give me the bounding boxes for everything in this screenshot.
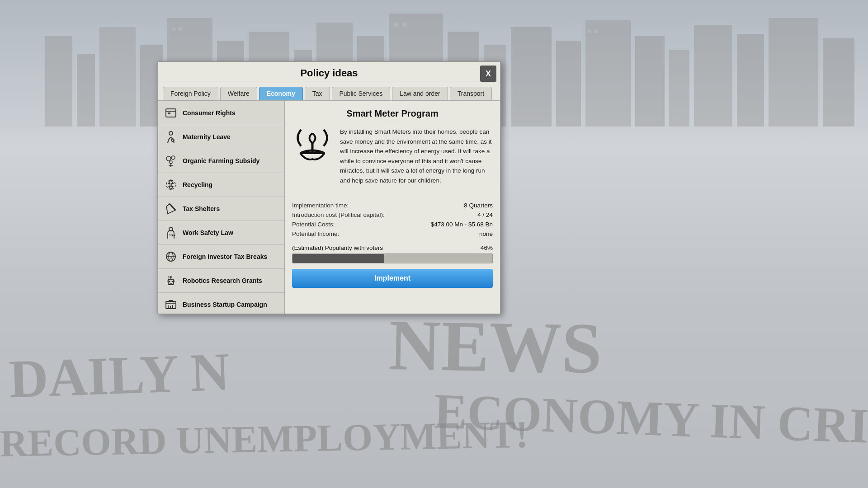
policy-item-maternity-leave[interactable]: Maternity Leave (158, 125, 284, 149)
recycling-icon (164, 178, 178, 192)
policy-list: Consumer Rights Maternity Leave Organic … (158, 101, 284, 314)
consumer-rights-label: Consumer Rights (183, 109, 236, 117)
dialog-title: Policy ideas (300, 67, 358, 79)
svg-rect-17 (635, 36, 665, 127)
svg-rect-31 (168, 113, 170, 114)
svg-point-32 (169, 131, 173, 135)
foreign-investor-icon: $ (164, 249, 178, 264)
svg-rect-15 (556, 41, 581, 127)
policy-item-robotics-research[interactable]: $ Robotics Research Grants (158, 269, 284, 293)
implement-button[interactable]: Implement (292, 269, 493, 288)
popularity-section: (Estimated) Popularity with voters 46% (292, 244, 493, 263)
tab-welfare[interactable]: Welfare (220, 87, 257, 100)
detail-stats: Implementation time: 8 Quarters Introduc… (292, 202, 493, 237)
popularity-bar-bg (292, 253, 493, 263)
business-startup-icon (164, 297, 178, 312)
recycling-label: Recycling (183, 181, 212, 189)
policy-item-organic-farming[interactable]: Organic Farming Subsidy (158, 149, 284, 173)
tab-foreign-policy[interactable]: Foreign Policy (163, 87, 218, 100)
svg-point-52 (170, 276, 172, 278)
organic-farming-label: Organic Farming Subsidy (183, 157, 259, 165)
svg-rect-19 (694, 25, 732, 127)
svg-point-35 (171, 156, 175, 160)
svg-rect-28 (594, 29, 598, 33)
maternity-leave-label: Maternity Leave (183, 133, 231, 141)
tabs-bar: Foreign Policy Welfare Economy Tax Publi… (158, 83, 500, 100)
svg-rect-29 (166, 109, 176, 117)
popularity-label-row: (Estimated) Popularity with voters 46% (292, 244, 493, 251)
svg-point-34 (166, 156, 171, 161)
svg-rect-21 (769, 18, 818, 127)
svg-rect-20 (737, 34, 764, 127)
policy-item-tax-shelters[interactable]: Tax Shelters (158, 197, 284, 221)
svg-text:$: $ (168, 276, 170, 279)
svg-rect-14 (511, 27, 552, 127)
svg-line-40 (170, 204, 175, 210)
svg-point-36 (170, 161, 172, 164)
svg-rect-25 (393, 23, 398, 27)
detail-description: By installing Smart Meters into their ho… (340, 125, 493, 186)
robotics-research-icon: $ (164, 273, 178, 288)
work-safety-label: Work Safety Law (183, 229, 233, 237)
organic-farming-icon (164, 154, 178, 168)
work-safety-icon (164, 225, 178, 240)
smart-meter-detail-icon (292, 125, 333, 166)
svg-rect-27 (588, 29, 591, 33)
svg-rect-47 (168, 279, 174, 285)
tab-public-services[interactable]: Public Services (332, 87, 391, 100)
maternity-leave-icon (164, 130, 178, 144)
stat-potential-income: Potential Income: none (292, 230, 493, 237)
stat-potential-costs: Potential Costs: $473.00 Mn - $5.68 Bn (292, 221, 493, 228)
tab-economy[interactable]: Economy (259, 87, 303, 100)
policy-item-business-startup[interactable]: Business Startup Campaign (158, 293, 284, 314)
foreign-investor-label: Foreign Investor Tax Breaks (183, 253, 267, 261)
dialog-content: Consumer Rights Maternity Leave Organic … (158, 100, 500, 314)
stat-introduction-cost: Introduction cost (Political capital): 4… (292, 211, 493, 218)
svg-rect-16 (585, 20, 631, 127)
svg-point-39 (166, 180, 175, 189)
policy-list-panel: Consumer Rights Maternity Leave Organic … (158, 101, 285, 314)
dialog-title-bar: Policy ideas X (158, 62, 500, 83)
svg-rect-24 (179, 27, 182, 31)
tax-shelters-label: Tax Shelters (183, 205, 220, 213)
policy-item-work-safety[interactable]: Work Safety Law (158, 221, 284, 245)
tax-shelters-icon (164, 202, 178, 216)
robotics-research-label: Robotics Research Grants (183, 277, 262, 285)
policy-item-recycling[interactable]: Recycling (158, 173, 284, 197)
svg-point-49 (172, 281, 173, 282)
tab-tax[interactable]: Tax (305, 87, 330, 100)
svg-rect-26 (402, 23, 407, 27)
svg-rect-2 (77, 54, 95, 127)
consumer-rights-icon (164, 106, 178, 120)
popularity-percent: 46% (481, 244, 493, 251)
policy-dialog: Policy ideas X Foreign Policy Welfare Ec… (157, 61, 501, 314)
svg-text:$: $ (170, 255, 172, 259)
popularity-bar-fill (292, 254, 384, 263)
close-button[interactable]: X (480, 66, 496, 82)
policy-item-consumer-rights[interactable]: Consumer Rights (158, 101, 284, 125)
detail-title: Smart Meter Program (292, 108, 493, 119)
tab-transport[interactable]: Transport (450, 87, 492, 100)
svg-rect-3 (99, 27, 136, 127)
svg-point-48 (169, 281, 170, 282)
tab-law-and-order[interactable]: Law and order (392, 87, 448, 100)
policy-detail-panel: Smart Meter Program (285, 101, 500, 314)
svg-rect-23 (172, 27, 175, 31)
svg-rect-22 (823, 38, 854, 127)
svg-rect-18 (669, 50, 689, 127)
business-startup-label: Business Startup Campaign (183, 300, 267, 309)
policy-item-foreign-investor[interactable]: $ Foreign Investor Tax Breaks (158, 245, 284, 269)
detail-icon-area (292, 125, 333, 195)
stat-implementation-time: Implementation time: 8 Quarters (292, 202, 493, 209)
popularity-label-text: (Estimated) Popularity with voters (292, 244, 383, 251)
svg-rect-1 (45, 36, 72, 127)
